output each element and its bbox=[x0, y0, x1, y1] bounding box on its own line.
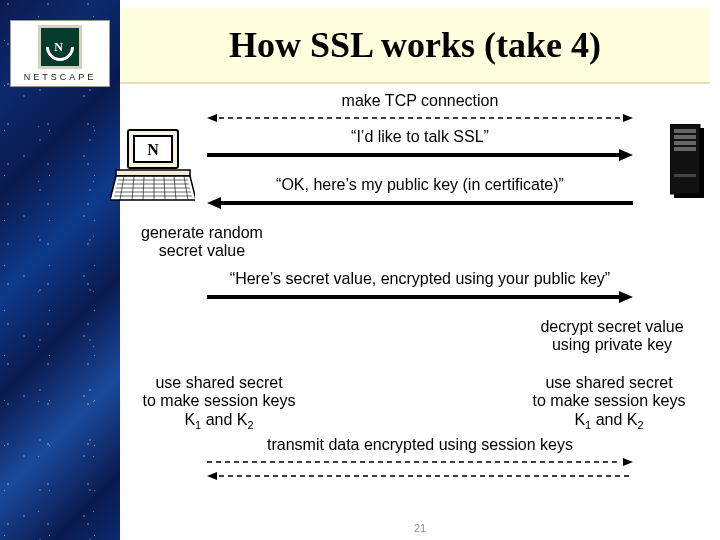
svg-text:N: N bbox=[147, 141, 159, 158]
netscape-logo: NETSCAPE bbox=[10, 20, 110, 87]
step-client-send-secret-label: “Here’s secret value, encrypted using yo… bbox=[120, 270, 720, 288]
svg-marker-25 bbox=[623, 114, 633, 122]
client-computer-icon: N bbox=[110, 128, 195, 212]
step-client-hello: “I’d like to talk SSL” bbox=[120, 128, 720, 162]
svg-rect-22 bbox=[674, 174, 696, 177]
note-client-generate-secret: generate random secret value bbox=[112, 224, 292, 261]
step-client-hello-label: “I’d like to talk SSL” bbox=[120, 128, 720, 146]
step-transmit-label: transmit data encrypted using session ke… bbox=[120, 436, 720, 454]
diagram-area: N bbox=[120, 84, 720, 540]
netscape-logo-text: NETSCAPE bbox=[24, 72, 97, 82]
svg-rect-18 bbox=[674, 129, 696, 133]
slide-title: How SSL works (take 4) bbox=[229, 24, 601, 66]
svg-marker-29 bbox=[207, 197, 221, 209]
note-server-session-keys: use shared secret to make session keys K… bbox=[504, 374, 714, 432]
arrow-left-solid-icon bbox=[205, 196, 635, 210]
step-tcp-label: make TCP connection bbox=[120, 92, 720, 110]
svg-rect-21 bbox=[674, 147, 696, 151]
note-client-session-keys: use shared secret to make session keys K… bbox=[114, 374, 324, 432]
note-client-keys-l2: to make session keys bbox=[114, 392, 324, 410]
arrow-bidirectional-dashed-icon bbox=[205, 112, 635, 124]
arrow-right-solid-icon bbox=[205, 290, 635, 304]
note-client-keys-l1: use shared secret bbox=[114, 374, 324, 392]
note-server-decrypt: decrypt secret value using private key bbox=[512, 318, 712, 355]
step-transmit-data: transmit data encrypted using session ke… bbox=[120, 436, 720, 482]
step-server-cert-label: “OK, here’s my public key (in certificat… bbox=[120, 176, 720, 194]
netscape-logo-icon bbox=[38, 25, 82, 69]
svg-rect-19 bbox=[674, 135, 696, 139]
note-server-keys-l2: to make session keys bbox=[504, 392, 714, 410]
note-client-keys-l3: K1 and K2 bbox=[114, 411, 324, 432]
svg-marker-33 bbox=[623, 458, 633, 466]
title-bar: How SSL works (take 4) bbox=[120, 8, 710, 84]
server-icon bbox=[670, 124, 714, 208]
step-client-send-secret: “Here’s secret value, encrypted using yo… bbox=[120, 270, 720, 304]
svg-marker-35 bbox=[207, 472, 217, 480]
arrow-right-solid-icon bbox=[205, 148, 635, 162]
svg-rect-17 bbox=[670, 124, 700, 194]
svg-rect-3 bbox=[116, 170, 190, 176]
step-tcp-connection: make TCP connection bbox=[120, 92, 720, 124]
svg-rect-20 bbox=[674, 141, 696, 145]
step-server-cert: “OK, here’s my public key (in certificat… bbox=[120, 176, 720, 210]
svg-marker-27 bbox=[619, 149, 633, 161]
svg-marker-24 bbox=[207, 114, 217, 122]
note-server-keys-l1: use shared secret bbox=[504, 374, 714, 392]
page-number: 21 bbox=[414, 522, 426, 534]
note-server-keys-l3: K1 and K2 bbox=[504, 411, 714, 432]
arrow-left-dashed-icon bbox=[205, 470, 635, 482]
svg-marker-31 bbox=[619, 291, 633, 303]
arrow-right-dashed-icon bbox=[205, 456, 635, 468]
